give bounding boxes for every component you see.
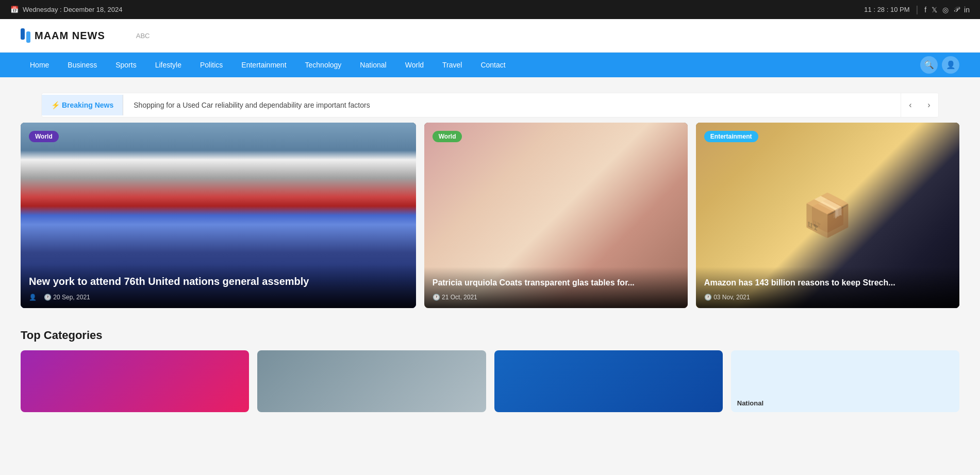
article-category-3: Entertainment	[704, 131, 758, 142]
top-bar-left: 📅 Wednesday : December 18, 2024	[10, 6, 122, 13]
logo-bar-1	[21, 28, 25, 40]
pinterest-icon[interactable]: 𝒫	[954, 5, 959, 14]
article-category-1: World	[29, 131, 59, 142]
social-icons: f 𝕏 ◎ 𝒫 in	[924, 5, 970, 14]
nav-world[interactable]: World	[396, 53, 433, 77]
instagram-icon[interactable]: ◎	[942, 6, 949, 14]
articles-grid: World New york to attend 76th United nat…	[21, 123, 959, 308]
top-bar: 📅 Wednesday : December 18, 2024 11 : 28 …	[0, 0, 980, 19]
search-button[interactable]: 🔍	[920, 56, 938, 74]
nav-links: Home Business Sports Lifestyle Politics …	[21, 53, 515, 77]
logo-text: MAAM NEWS	[35, 30, 105, 42]
breaking-news-text: Shopping for a Used Car reliability and …	[123, 95, 901, 115]
nav-lifestyle[interactable]: Lifestyle	[146, 53, 191, 77]
article-meta-2: 🕐 21 Oct, 2021	[433, 294, 679, 301]
top-categories-title: Top Categories	[21, 329, 959, 342]
nav-national[interactable]: National	[351, 53, 395, 77]
nav-travel[interactable]: Travel	[433, 53, 471, 77]
article-date-1: 🕐 20 Sep, 2021	[44, 294, 90, 301]
facebook-icon[interactable]: f	[924, 6, 926, 14]
article-overlay-1: New york to attend 76th United nations g…	[21, 264, 416, 308]
user-button[interactable]: 👤	[942, 56, 959, 74]
nav-entertainment[interactable]: Entertainment	[232, 53, 295, 77]
logo-bar-2	[26, 31, 30, 43]
breaking-news-bar: ⚡ Breaking News Shopping for a Used Car …	[41, 93, 939, 117]
article-category-2: World	[433, 131, 462, 142]
logo-icon	[21, 28, 30, 43]
twitter-icon[interactable]: 𝕏	[932, 6, 937, 14]
article-author-1: 👤	[29, 294, 37, 301]
nav-business[interactable]: Business	[58, 53, 106, 77]
category-card-2[interactable]	[257, 350, 486, 412]
breaking-news-nav: ‹ ›	[901, 93, 938, 117]
article-card-3[interactable]: 📦 Entertainment Amazon has 143 billion r…	[696, 123, 959, 308]
article-overlay-3: Amazon has 143 billion reasons to keep S…	[696, 267, 959, 308]
nav-contact[interactable]: Contact	[471, 53, 514, 77]
article-card-2[interactable]: World Patricia urquiola Coats transparen…	[424, 123, 688, 308]
header: MAAM NEWS ABC	[0, 19, 980, 53]
main-content: ⚡ Breaking News Shopping for a Used Car …	[0, 77, 980, 428]
categories-grid: National	[21, 350, 959, 412]
time-divider: |	[916, 4, 919, 15]
category-label-4: National	[737, 399, 763, 407]
nav-sports[interactable]: Sports	[106, 53, 145, 77]
nav-technology[interactable]: Technology	[296, 53, 351, 77]
category-card-1[interactable]	[21, 350, 249, 412]
article-date-3: 🕐 03 Nov, 2021	[704, 294, 750, 301]
nav-politics[interactable]: Politics	[191, 53, 232, 77]
breaking-next-button[interactable]: ›	[920, 93, 938, 117]
header-ad: ABC	[136, 32, 150, 40]
top-bar-right: 11 : 28 : 10 PM | f 𝕏 ◎ 𝒫 in	[864, 4, 970, 15]
time-display: 11 : 28 : 10 PM	[864, 6, 909, 13]
breaking-prev-button[interactable]: ‹	[901, 93, 920, 117]
logo[interactable]: MAAM NEWS	[21, 28, 105, 43]
article-date-2: 🕐 21 Oct, 2021	[433, 294, 477, 301]
article-meta-3: 🕐 03 Nov, 2021	[704, 294, 951, 301]
calendar-icon: 📅	[10, 6, 19, 13]
category-card-3[interactable]	[494, 350, 723, 412]
article-overlay-2: Patricia urquiola Coats transparent glas…	[424, 267, 688, 308]
breaking-badge: ⚡ Breaking News	[42, 95, 123, 115]
article-meta-1: 👤 🕐 20 Sep, 2021	[29, 294, 408, 301]
date-display: Wednesday : December 18, 2024	[23, 6, 122, 13]
nav: Home Business Sports Lifestyle Politics …	[0, 53, 980, 77]
article-title-2: Patricia urquiola Coats transparent glas…	[433, 277, 679, 289]
nav-home[interactable]: Home	[21, 53, 58, 77]
article-card-1[interactable]: World New york to attend 76th United nat…	[21, 123, 416, 308]
article-title-3: Amazon has 143 billion reasons to keep S…	[704, 277, 951, 289]
article-title-1: New york to attend 76th United nations g…	[29, 274, 408, 289]
nav-actions: 🔍 👤	[920, 56, 959, 74]
category-card-4[interactable]: National	[731, 350, 959, 412]
top-categories-section: Top Categories National	[21, 329, 959, 412]
linkedin-icon[interactable]: in	[964, 6, 970, 14]
